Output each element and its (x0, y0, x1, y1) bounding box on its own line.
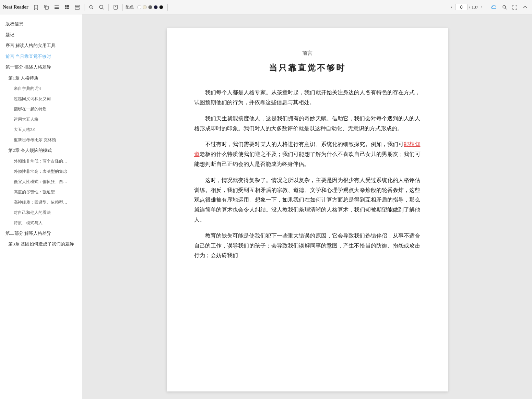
svg-line-17 (506, 8, 507, 9)
chapter-title: 当只靠直觉不够时 (194, 61, 421, 75)
sidebar-item-ch2[interactable]: 第2章 令人烦恼的模式 (0, 145, 82, 156)
page-separator: / (469, 4, 470, 10)
highlight-text: 能想知道 (194, 141, 421, 157)
sidebar-item-ch2-6[interactable]: 对自己和他人的看法 (0, 207, 82, 218)
color-white[interactable] (137, 5, 141, 9)
sidebar-item-part2[interactable]: 第二部分 解释人格差异 (0, 228, 82, 239)
sidebar-item-ch2-7[interactable]: 特质、模式与人 (0, 218, 82, 228)
menu-icon[interactable] (52, 3, 61, 11)
svg-rect-6 (65, 8, 67, 9)
paragraph-5: 教育的缺失可能是使我们犯下一些重大错误的原因，它会导致我们选错伴侣，从事不适合自… (194, 231, 421, 261)
fit-page-icon[interactable] (111, 3, 120, 11)
sidebar-item-ch2-2[interactable]: 外倾性非常高：表演型的集虑 (0, 166, 82, 177)
bookmark-icon[interactable] (32, 3, 40, 11)
svg-rect-3 (55, 8, 59, 9)
cloud-icon[interactable] (490, 3, 498, 11)
sidebar-item-ch3[interactable]: 第3章 基因如何造成了我们的差异 (0, 239, 82, 250)
book-page: 前言 当只靠直觉不够时 我们每个人都是人格专家。从孩童时起，我们就开始关注身边的… (167, 28, 448, 391)
svg-rect-0 (45, 6, 48, 9)
sidebar-item-ch2-4[interactable]: 高度的尽责性：强迫型 (0, 187, 82, 197)
sidebar-item-ch1-1[interactable]: 来自字典的词汇 (0, 83, 82, 94)
grid-icon[interactable] (63, 3, 71, 11)
svg-line-13 (103, 8, 104, 9)
list-icon[interactable] (73, 3, 81, 11)
sidebar-item-ch2-5[interactable]: 高神经质：回避型、依赖型… (0, 197, 82, 207)
copy-icon[interactable] (42, 3, 50, 11)
sidebar-item-epigraph[interactable]: 题记 (0, 29, 82, 40)
search-small-icon[interactable] (87, 3, 95, 11)
svg-rect-1 (55, 5, 59, 6)
sidebar-item-preface[interactable]: 序言 解读人格的实用工具 (0, 40, 82, 51)
sidebar-item-ch1[interactable]: 第1章 人格特质 (0, 73, 82, 84)
app-title: Neat Reader (3, 4, 28, 10)
svg-point-16 (503, 5, 506, 8)
sep1 (84, 4, 84, 11)
page-number-input[interactable] (455, 4, 468, 10)
fullscreen-icon[interactable] (511, 3, 519, 11)
prev-page-button[interactable]: ‹ (450, 4, 454, 11)
next-page-button[interactable]: › (480, 4, 484, 11)
page-total: 137 (472, 4, 478, 10)
svg-line-11 (92, 8, 94, 9)
sidebar-item-ch2-1[interactable]: 外倾性非常低：两个古怪的… (0, 156, 82, 166)
sep3 (122, 4, 123, 11)
main-area: 版权信息 题记 序言 解读人格的实用工具 前言 当只靠直觉不够时 第一部分 描述… (0, 14, 532, 399)
svg-point-10 (90, 5, 92, 8)
sidebar-item-ch1-3[interactable]: 捆绑在一起的特质 (0, 104, 82, 114)
paragraph-3: 不过有时，我们需要对某人的人格进行有意识、系统化的细致探究。例如，我们可能想知道… (194, 140, 421, 169)
sep2 (108, 4, 109, 11)
color-darkblue[interactable] (154, 5, 158, 9)
toolbar-right (490, 3, 529, 11)
sidebar: 版权信息 题记 序言 解读人格的实用工具 前言 当只靠直觉不够时 第一部分 描述… (0, 14, 82, 399)
svg-rect-8 (75, 5, 79, 7)
sidebar-item-ch1-5[interactable]: 大五人格2.0 (0, 124, 82, 135)
content-area[interactable]: 前言 当只靠直觉不够时 我们每个人都是人格专家。从孩童时起，我们就开始关注身边的… (82, 14, 532, 399)
svg-rect-4 (65, 5, 67, 7)
paragraph-4: 这时，情况就变得复杂了。情况之所以复杂，主要是因为很少有人受过系统化的人格评估训… (194, 176, 421, 225)
collapse-icon[interactable] (521, 3, 529, 11)
svg-rect-7 (67, 8, 69, 9)
svg-rect-14 (114, 5, 117, 9)
color-cream[interactable] (143, 5, 147, 9)
color-gray[interactable] (148, 5, 152, 9)
search-icon[interactable] (500, 3, 509, 11)
toolbar: Neat Reader (0, 0, 532, 14)
svg-point-12 (99, 5, 103, 9)
color-black[interactable] (159, 5, 163, 9)
color-scheme-selector[interactable] (137, 5, 163, 9)
color-label: 配色 (126, 4, 134, 10)
sidebar-item-ch1-6[interactable]: 重新思考考比尔·克林顿 (0, 135, 82, 145)
paragraph-2: 我们天生就能揣度他人，这是我们拥有的奇妙天赋。借助它，我们会对每个遇到的人的人格… (194, 114, 421, 134)
sidebar-item-part1[interactable]: 第一部分 描述人格差异 (0, 62, 82, 73)
page-navigation: ‹ / 137 › (450, 4, 484, 11)
search-large-icon[interactable] (97, 3, 106, 11)
sidebar-item-foreword[interactable]: 前言 当只靠直觉不够时 (0, 51, 82, 62)
sidebar-item-ch1-4[interactable]: 运用大五人格 (0, 114, 82, 124)
paragraph-1: 我们每个人都是人格专家。从孩童时起，我们就开始关注身边的人各有特色的存在方式，试… (194, 88, 421, 108)
svg-rect-9 (75, 8, 79, 9)
svg-rect-2 (55, 7, 59, 8)
sidebar-item-ch1-2[interactable]: 超越同义词和反义词 (0, 94, 82, 104)
sidebar-item-copyright[interactable]: 版权信息 (0, 19, 82, 29)
sidebar-item-ch2-3[interactable]: 低宜人性模式：偏执狂、自… (0, 177, 82, 187)
sep4 (167, 4, 168, 11)
svg-rect-5 (67, 5, 69, 7)
chapter-subtitle: 前言 (194, 49, 421, 58)
